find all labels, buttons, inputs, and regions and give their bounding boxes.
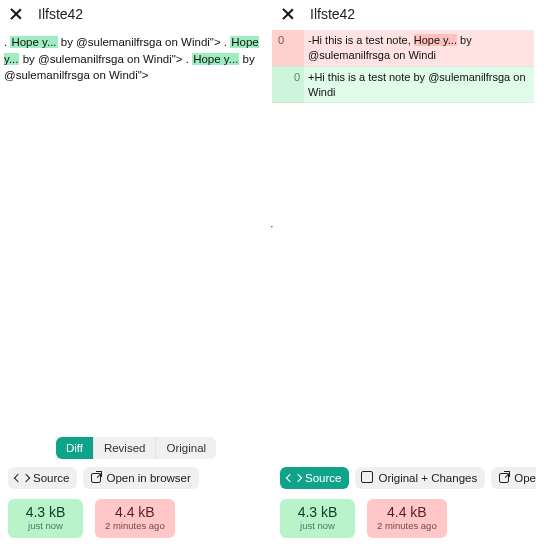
copy-icon <box>363 473 373 483</box>
left-pane: Ilfste42 . Hope y... by @sulemanilfrsga … <box>0 0 272 550</box>
diff-row-added: 0 +Hi this is a test note by @sulemanilf… <box>272 66 534 103</box>
segment-diff[interactable]: Diff <box>56 437 94 459</box>
right-body: 0 -Hi this is a test note, Hope y... by … <box>272 24 544 461</box>
view-mode-segmented: Diff Revised Original <box>56 437 216 459</box>
diff-removed-highlight: Hope y... <box>414 34 457 46</box>
diff-removed-pre: -Hi this is a test note, <box>308 34 414 46</box>
close-icon[interactable] <box>8 6 24 22</box>
revised-size-badge: 4.3 kB just now <box>8 499 83 538</box>
external-link-icon <box>91 473 101 483</box>
open-label: Open in brow <box>514 472 536 484</box>
diff-row-removed: 0 -Hi this is a test note, Hope y... by … <box>272 30 534 66</box>
source-button[interactable]: Source <box>8 467 77 489</box>
source-label: Source <box>305 472 341 484</box>
left-text-3: by @sulemanilfrsga on Windi"> . <box>19 53 192 65</box>
revised-size-value: 4.3 kB <box>18 504 73 520</box>
size-badges: 4.3 kB just now 4.4 kB 2 minutes ago <box>280 499 536 546</box>
segment-original[interactable]: Original <box>156 437 216 459</box>
left-title: Ilfste42 <box>34 6 83 22</box>
left-highlight-1: Hope y... <box>10 36 57 48</box>
code-icon <box>288 472 300 484</box>
original-size-age: 2 minutes ago <box>105 521 165 532</box>
original-plus-changes-button[interactable]: Original + Changes <box>355 467 485 489</box>
diff-table: 0 -Hi this is a test note, Hope y... by … <box>272 30 534 103</box>
right-title: Ilfste42 <box>306 6 355 22</box>
line-number-old <box>272 66 288 103</box>
original-size-badge: 4.4 kB 2 minutes ago <box>95 499 175 538</box>
close-icon[interactable] <box>280 6 296 22</box>
left-header: Ilfste42 <box>0 0 272 24</box>
left-toolbar: Diff Revised Original Source Open in bro… <box>0 431 272 550</box>
revised-size-value: 4.3 kB <box>290 504 345 520</box>
size-badges: 4.3 kB just now 4.4 kB 2 minutes ago <box>8 499 264 546</box>
revised-size-age: just now <box>18 521 73 532</box>
line-number-old: 0 <box>272 30 288 66</box>
orig-changes-label: Original + Changes <box>378 472 477 484</box>
open-label: Open in browser <box>106 472 190 484</box>
code-icon <box>16 472 28 484</box>
right-header: Ilfste42 <box>272 0 544 24</box>
line-number-new: 0 <box>288 66 304 103</box>
diff-removed-content: -Hi this is a test note, Hope y... by @s… <box>304 30 534 66</box>
open-in-browser-button[interactable]: Open in browser <box>83 467 198 489</box>
left-text-2: by @sulemanilfrsga on Windi"> . <box>58 36 231 48</box>
source-label: Source <box>33 472 69 484</box>
left-highlight-3: Hope y... <box>192 53 239 65</box>
revised-size-badge: 4.3 kB just now <box>280 499 355 538</box>
segment-revised[interactable]: Revised <box>94 437 157 459</box>
line-number-new <box>288 30 304 66</box>
original-size-badge: 4.4 kB 2 minutes ago <box>367 499 447 538</box>
open-in-browser-button[interactable]: Open in brow <box>491 467 536 489</box>
original-size-value: 4.4 kB <box>377 504 437 520</box>
diff-added-content: +Hi this is a test note by @sulemanilfrs… <box>304 66 534 103</box>
original-size-age: 2 minutes ago <box>377 521 437 532</box>
external-link-icon <box>499 473 509 483</box>
revised-size-age: just now <box>290 521 345 532</box>
right-pane: Ilfste42 0 -Hi this is a test note, Hope… <box>272 0 544 550</box>
left-body: . Hope y... by @sulemanilfrsga on Windi"… <box>0 24 272 431</box>
source-button[interactable]: Source <box>280 467 349 489</box>
right-toolbar: Source Original + Changes Open in brow 4… <box>272 461 544 550</box>
original-size-value: 4.4 kB <box>105 504 165 520</box>
